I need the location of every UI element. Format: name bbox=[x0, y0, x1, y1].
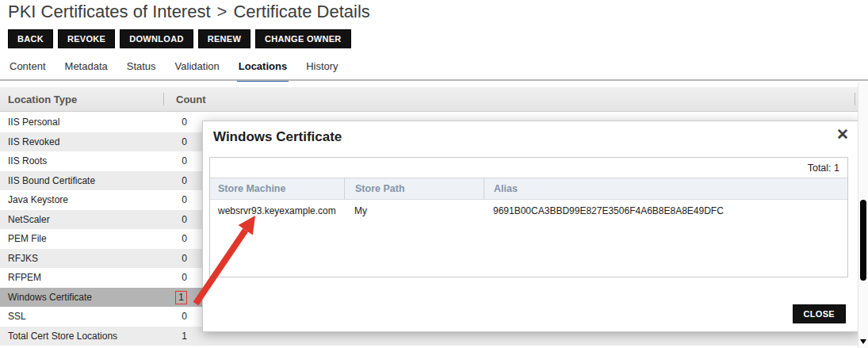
modal-table-body: websrvr93.keyexample.comMy9691B00CA3BBD9… bbox=[210, 200, 847, 222]
revoke-button[interactable]: REVOKE bbox=[58, 29, 115, 48]
breadcrumb-current: Certificate Details bbox=[233, 2, 369, 21]
location-count-cell: 0 bbox=[166, 307, 187, 327]
location-count-cell: 0 bbox=[166, 171, 187, 191]
tab-bar: ContentMetadataStatusValidationLocations… bbox=[8, 57, 340, 82]
location-count-cell: 0 bbox=[166, 190, 187, 210]
locations-table-header: Location Type Count bbox=[0, 87, 858, 112]
column-header-store-path: Store Path bbox=[344, 178, 484, 199]
modal-table-row[interactable]: websrvr93.keyexample.comMy9691B00CA3BBD9… bbox=[210, 200, 847, 222]
tab-divider bbox=[0, 79, 868, 81]
location-count-cell: 0 bbox=[166, 151, 187, 171]
scrollbar-down-arrow-icon[interactable] bbox=[860, 339, 866, 344]
modal-cell-alias: 9691B00CA3BBD99E827E3506F4A6B8E8A8E49DFC bbox=[484, 205, 847, 216]
tab-locations[interactable]: Locations bbox=[237, 57, 289, 82]
column-header-alias: Alias bbox=[484, 178, 847, 199]
location-count-cell: 0 bbox=[166, 249, 187, 269]
location-count-cell: 0 bbox=[166, 113, 187, 132]
total-count-label: Total: 1 bbox=[210, 158, 847, 178]
windows-certificate-modal: Windows Certificate ✕ Total: 1 Store Mac… bbox=[202, 120, 859, 332]
modal-cell-store-machine: websrvr93.keyexample.com bbox=[210, 205, 344, 216]
tab-status[interactable]: Status bbox=[125, 57, 158, 82]
page-title: PKI Certificates of Interest>Certificate… bbox=[8, 1, 370, 22]
tab-content[interactable]: Content bbox=[8, 57, 48, 82]
location-count-cell: 0 bbox=[166, 229, 187, 249]
change-owner-button[interactable]: CHANGE OWNER bbox=[255, 29, 351, 48]
close-icon[interactable]: ✕ bbox=[836, 126, 849, 143]
location-count-cell: 1 bbox=[166, 288, 187, 308]
modal-title: Windows Certificate bbox=[213, 129, 342, 145]
modal-cell-store-path: My bbox=[344, 205, 484, 216]
modal-table-header: Store Machine Store Path Alias bbox=[210, 178, 847, 200]
tab-history[interactable]: History bbox=[304, 57, 339, 82]
renew-button[interactable]: RENEW bbox=[198, 29, 250, 48]
tab-metadata[interactable]: Metadata bbox=[63, 57, 109, 82]
location-count-cell: 0 bbox=[166, 132, 187, 152]
breadcrumb-separator: > bbox=[217, 2, 228, 21]
vertical-scrollbar[interactable] bbox=[858, 82, 868, 348]
location-count-cell: 0 bbox=[166, 268, 187, 288]
modal-table: Total: 1 Store Machine Store Path Alias … bbox=[209, 157, 848, 277]
scrollbar-thumb[interactable] bbox=[860, 200, 866, 281]
tab-validation[interactable]: Validation bbox=[174, 57, 221, 82]
toolbar: BACKREVOKEDOWNLOADRENEWCHANGE OWNER bbox=[8, 29, 351, 48]
location-count-cell: 0 bbox=[166, 210, 187, 230]
breadcrumb-root: PKI Certificates of Interest bbox=[8, 2, 211, 21]
column-header-store-machine: Store Machine bbox=[210, 183, 344, 194]
column-divider-end bbox=[855, 93, 855, 105]
location-count-cell: 1 bbox=[166, 327, 187, 346]
back-button[interactable]: BACK bbox=[8, 29, 53, 48]
download-button[interactable]: DOWNLOAD bbox=[120, 29, 193, 48]
column-header-count: Count bbox=[164, 94, 206, 105]
column-header-location-type: Location Type bbox=[0, 94, 163, 105]
count-highlight-box: 1 bbox=[175, 291, 187, 304]
close-button[interactable]: CLOSE bbox=[793, 304, 846, 323]
